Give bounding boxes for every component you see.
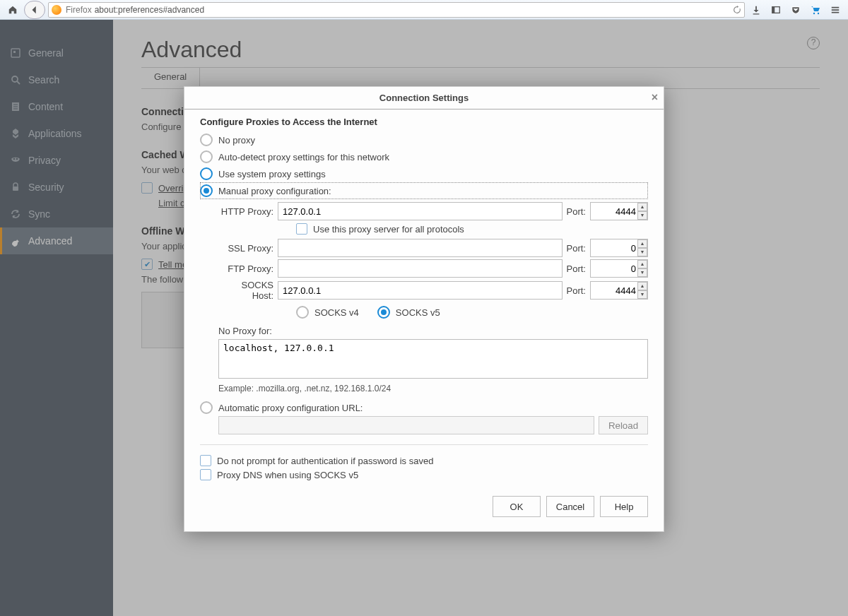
svg-rect-1: [772, 6, 775, 13]
ssl-proxy-label: SSL Proxy:: [218, 243, 273, 254]
no-proxy-example: Example: .mozilla.org, .net.nz, 192.168.…: [218, 381, 648, 399]
socks-host-label: SOCKS Host:: [218, 280, 273, 301]
spinner-icon[interactable]: ▲▼: [637, 239, 647, 256]
home-icon[interactable]: [4, 2, 21, 18]
proxy-dns-checkbox[interactable]: [200, 469, 211, 480]
port-label: Port:: [567, 206, 586, 217]
ftp-proxy-input[interactable]: [278, 259, 563, 278]
radio-manual[interactable]: Manual proxy configuration:: [200, 182, 648, 199]
modal-footer: OK Cancel Help: [184, 486, 664, 531]
radio-label: Auto-detect proxy settings for this netw…: [218, 152, 389, 162]
menu-icon[interactable]: [827, 2, 844, 18]
radio-auto-detect[interactable]: Auto-detect proxy settings for this netw…: [200, 148, 648, 165]
socks-host-input[interactable]: [278, 281, 563, 300]
ftp-proxy-label: FTP Proxy:: [218, 263, 273, 274]
no-proxy-textarea[interactable]: [218, 339, 648, 379]
no-proxy-label: No Proxy for:: [218, 326, 648, 336]
radio-label: Automatic proxy configuration URL:: [218, 403, 363, 413]
back-button[interactable]: [24, 1, 45, 19]
modal-section-title: Configure Proxies to Access the Internet: [200, 117, 648, 127]
http-proxy-input[interactable]: [278, 202, 563, 220]
auto-url-input: [218, 416, 594, 434]
spinner-icon[interactable]: ▲▼: [637, 260, 647, 277]
modal-overlay: Connection Settings × Configure Proxies …: [0, 20, 848, 616]
port-label: Port:: [567, 263, 586, 274]
svg-point-3: [818, 12, 819, 13]
socks4-label: SOCKS v4: [314, 307, 359, 318]
downloads-icon[interactable]: [748, 2, 765, 18]
sidebar-icon[interactable]: [767, 2, 784, 18]
socks5-label: SOCKS v5: [396, 307, 440, 318]
http-proxy-label: HTTP Proxy:: [218, 206, 273, 217]
no-prompt-checkbox[interactable]: [200, 455, 211, 466]
browser-chrome: Firefox about:preferences#advanced: [0, 0, 848, 20]
use-all-label: Use this proxy server for all protocols: [313, 224, 464, 235]
use-all-checkbox[interactable]: [296, 223, 307, 235]
radio-auto-url[interactable]: Automatic proxy configuration URL:: [200, 399, 648, 416]
connection-settings-dialog: Connection Settings × Configure Proxies …: [184, 86, 664, 532]
url-brand: Firefox: [66, 5, 92, 15]
radio-socks5[interactable]: [377, 306, 390, 319]
reload-button: Reload: [599, 416, 648, 434]
url-bar[interactable]: Firefox about:preferences#advanced: [48, 2, 745, 18]
ssl-proxy-input[interactable]: [278, 239, 563, 257]
radio-label: Manual proxy configuration:: [218, 186, 331, 196]
radio-icon: [200, 401, 213, 414]
proxy-dns-label: Proxy DNS when using SOCKS v5: [217, 470, 358, 480]
radio-icon: [200, 184, 213, 197]
svg-point-2: [813, 12, 815, 13]
proxy-grid: HTTP Proxy: Port: ▲▼ Use this proxy serv…: [218, 202, 648, 324]
no-prompt-label: Do not prompt for authentication if pass…: [217, 456, 433, 466]
ok-button[interactable]: OK: [493, 496, 541, 517]
radio-icon: [200, 167, 213, 180]
radio-no-proxy[interactable]: No proxy: [200, 131, 648, 148]
spinner-icon[interactable]: ▲▼: [637, 282, 647, 299]
pocket-icon[interactable]: [787, 2, 804, 18]
radio-label: Use system proxy settings: [218, 169, 326, 179]
cart-icon[interactable]: [807, 2, 824, 18]
modal-title: Connection Settings: [379, 93, 469, 103]
radio-socks4[interactable]: [296, 306, 309, 319]
radio-system[interactable]: Use system proxy settings: [200, 165, 648, 182]
radio-icon: [200, 150, 213, 163]
help-button[interactable]: Help: [600, 496, 648, 517]
port-label: Port:: [567, 285, 586, 296]
cancel-button[interactable]: Cancel: [546, 496, 594, 517]
close-icon[interactable]: ×: [652, 91, 658, 104]
spinner-icon[interactable]: ▲▼: [637, 203, 647, 220]
radio-label: No proxy: [218, 135, 255, 146]
modal-header: Connection Settings ×: [184, 87, 664, 109]
port-label: Port:: [567, 243, 586, 254]
url-text: about:preferences#advanced: [95, 5, 733, 15]
firefox-icon: [52, 5, 61, 15]
radio-icon: [200, 134, 213, 146]
reload-icon[interactable]: [733, 6, 741, 14]
